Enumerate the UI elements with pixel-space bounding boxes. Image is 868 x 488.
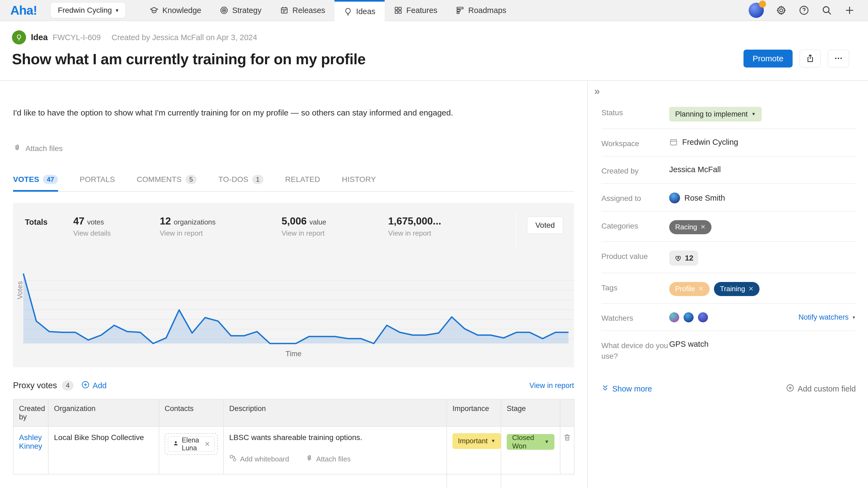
attach-files-link[interactable]: Attach files (305, 454, 351, 464)
tab-votes[interactable]: VOTES 47 (13, 175, 58, 191)
nav-item-ideas[interactable]: Ideas (335, 0, 384, 22)
proxy-add-button[interactable]: Add (81, 380, 106, 391)
chevron-down-icon: ▼ (852, 315, 856, 320)
contact-field[interactable]: Elena Luna ✕ (165, 433, 218, 455)
tab-count-badge: 1 (252, 175, 264, 184)
category-tag-racing[interactable]: Racing ✕ (669, 220, 712, 234)
tab-related[interactable]: RELATED (285, 175, 320, 191)
notify-watchers-dropdown[interactable]: Notify watchers ▼ (799, 313, 856, 322)
help-icon[interactable] (799, 5, 809, 16)
workspace-switcher[interactable]: Fredwin Cycling ▾ (51, 2, 126, 18)
remove-tag-icon[interactable]: ✕ (748, 285, 753, 293)
show-more-link[interactable]: Show more (601, 384, 652, 394)
field-label: Workspace (601, 136, 669, 149)
aha-logo[interactable]: Aha! (10, 3, 37, 18)
add-whiteboard-link[interactable]: Add whiteboard (229, 454, 289, 464)
ideas-icon (344, 7, 352, 16)
product-value-badge[interactable]: 12 (669, 251, 698, 266)
nav-item-label: Features (406, 6, 437, 15)
field-tags: Tags Profile ✕ Training ✕ (601, 273, 856, 304)
nav-item-strategy[interactable]: Strategy (211, 0, 271, 21)
watcher-avatar[interactable] (684, 312, 693, 322)
chart-x-axis-label: Time (13, 350, 574, 358)
tab-label: TO-DOS (218, 175, 248, 184)
status-value: Planning to implement (675, 110, 748, 119)
remove-contact-icon[interactable]: ✕ (205, 440, 210, 448)
proxy-votes-header: Proxy votes 4 Add View in report (13, 380, 574, 391)
nav-item-knowledge[interactable]: Knowledge (141, 0, 211, 21)
nav-item-releases[interactable]: Releases (271, 0, 335, 21)
search-icon[interactable] (822, 5, 832, 16)
attach-files-link[interactable]: Attach files (13, 144, 73, 154)
field-product-value: Product value 12 (601, 242, 856, 273)
remove-category-icon[interactable]: ✕ (701, 223, 706, 231)
knowledge-icon (150, 6, 158, 14)
workspace-name: Fredwin Cycling (58, 6, 112, 14)
promote-button[interactable]: Promote (744, 50, 793, 67)
add-custom-field-link[interactable]: Add custom field (786, 384, 856, 394)
tag-training[interactable]: Training ✕ (714, 282, 760, 296)
table-row: Ashley Kinney Local Bike Shop Collective… (13, 426, 574, 474)
contact-chip[interactable]: Elena Luna ✕ (168, 436, 215, 452)
view-in-report-link[interactable]: View in report (388, 229, 516, 237)
tab-todos[interactable]: TO-DOS 1 (218, 175, 264, 191)
proxy-description-cell: LBSC wants shareable training options. A… (223, 426, 447, 474)
assignee-avatar (669, 193, 680, 203)
more-options-button[interactable] (828, 50, 849, 67)
voted-button[interactable]: Voted (527, 217, 563, 234)
idea-reference: FWCYL-I-609 (53, 33, 101, 42)
whiteboard-icon (229, 454, 237, 464)
delete-row-icon[interactable] (563, 434, 571, 443)
stat-value: 47 (73, 216, 84, 227)
tab-history[interactable]: HISTORY (342, 175, 376, 191)
proxy-creator-link[interactable]: Ashley Kinney (19, 433, 42, 450)
sidebar-footer: Show more Add custom field (601, 384, 856, 394)
view-details-link[interactable]: View details (73, 229, 160, 237)
field-watchers: Watchers Notify watchers ▼ (601, 304, 856, 331)
tab-label: VOTES (13, 175, 39, 184)
nav-item-roadmaps[interactable]: Roadmaps (446, 0, 516, 21)
tab-comments[interactable]: COMMENTS 5 (137, 175, 197, 191)
status-dropdown[interactable]: Planning to implement ▼ (669, 107, 762, 122)
details-sidebar: » Status Planning to implement ▼ Workspa… (587, 81, 868, 488)
votes-panel: Totals 47votes View details 12organizati… (13, 203, 574, 367)
main-content: I'd like to have the option to show what… (0, 81, 587, 488)
stat-unit: value (310, 218, 326, 226)
nav-item-label: Ideas (356, 7, 375, 16)
proxy-add-label: Add (93, 381, 106, 390)
field-status: Status Planning to implement ▼ (601, 98, 856, 129)
top-nav: Aha! Fredwin Cycling ▾ Knowledge Strateg… (0, 0, 868, 21)
chevron-down-icon: ▾ (116, 7, 118, 13)
remove-tag-icon[interactable]: ✕ (699, 285, 704, 293)
watcher-avatar[interactable] (669, 312, 679, 322)
importance-value: Important (458, 437, 488, 445)
watcher-avatar[interactable] (698, 312, 708, 322)
tab-label: COMMENTS (137, 175, 182, 184)
product-value-number: 12 (685, 254, 693, 262)
assigned-to-value[interactable]: Rose Smith (684, 194, 725, 202)
col-header-contacts: Contacts (159, 399, 223, 426)
proxy-view-in-report-link[interactable]: View in report (529, 382, 574, 390)
category-value: Racing (675, 223, 697, 231)
notification-dot (759, 1, 766, 8)
view-in-report-link[interactable]: View in report (160, 229, 282, 237)
ellipsis-icon (834, 54, 843, 64)
nav-item-features[interactable]: Features (384, 0, 446, 21)
field-label: Product value (601, 249, 669, 262)
stage-dropdown[interactable]: Closed Won ▼ (507, 434, 554, 450)
settings-gear-icon[interactable] (776, 5, 786, 16)
next-row-partial (13, 474, 574, 488)
stat-value: 12 (160, 216, 171, 227)
collapse-sidebar-icon[interactable]: » (594, 86, 606, 97)
add-plus-icon[interactable] (844, 5, 855, 16)
tab-count-badge: 5 (186, 175, 197, 184)
user-avatar[interactable] (749, 3, 764, 18)
idea-created-line: Created by Jessica McFall on Apr 3, 2024 (112, 33, 257, 42)
view-in-report-link[interactable]: View in report (282, 229, 388, 237)
share-button[interactable] (800, 50, 821, 67)
tab-portals[interactable]: PORTALS (80, 175, 115, 191)
tag-profile[interactable]: Profile ✕ (669, 282, 710, 296)
proxy-contacts-cell: Elena Luna ✕ (159, 426, 223, 474)
importance-dropdown[interactable]: Important ▼ (453, 433, 501, 449)
double-chevron-down-icon (601, 384, 609, 394)
